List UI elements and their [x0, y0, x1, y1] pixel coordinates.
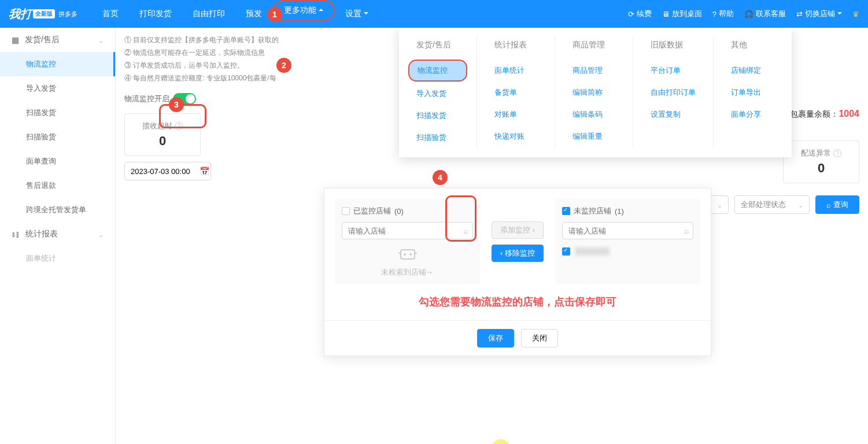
dd-item-logistics[interactable]: 物流监控	[408, 60, 467, 82]
label: 跨境全托管发货单	[26, 205, 86, 214]
select-all-checkbox[interactable]	[342, 207, 350, 215]
dd-item[interactable]: 备货单	[494, 82, 537, 103]
dd-item-scan-ship[interactable]: 扫描发货	[416, 105, 459, 127]
callout-ring-4	[445, 195, 477, 242]
sidebar-item-import[interactable]: 导入发货	[0, 76, 115, 101]
dd-item[interactable]: 平台订单	[651, 60, 696, 82]
dd-item[interactable]: 编辑条码	[572, 103, 615, 125]
contact-link[interactable]: 🎧联系客服	[744, 9, 786, 19]
sidebar-group-shipping[interactable]: ▦ 发货/售后	[0, 28, 115, 52]
dd-item[interactable]: 自由打印订单	[651, 82, 696, 103]
chevron-down-icon	[717, 201, 722, 209]
transfer-buttons: 添加监控 ‹ 移除监控	[492, 199, 544, 284]
nav-print-ship[interactable]: 打印发货	[129, 0, 182, 28]
label: 编辑条码	[572, 110, 603, 119]
dd-item[interactable]: 编辑简称	[572, 82, 615, 103]
nav-label: 自由打印	[193, 9, 225, 19]
save-button[interactable]: 保存	[477, 329, 514, 347]
add-monitor-button[interactable]: 添加监控	[492, 221, 544, 239]
store-monitor-modal: 已监控店铺 (0) ⌕ 未检索到店铺～ 添加监控 ‹ 移除监控	[324, 188, 711, 356]
label: 移除监控	[505, 249, 535, 257]
dd-head: 商品管理	[572, 36, 615, 54]
value: 0	[142, 134, 183, 149]
nav-free-print[interactable]: 自由打印	[182, 0, 235, 28]
label: 备货单	[494, 88, 517, 97]
dd-head: 发货/售后	[416, 36, 459, 54]
sidebar-item-scan-check[interactable]: 扫描验货	[0, 125, 115, 149]
label: 自由打印订单	[651, 88, 696, 97]
dd-col-other: 其他 店铺绑定 订单导出 面单分享	[714, 36, 792, 149]
chevron-down-icon	[798, 201, 803, 209]
query-button[interactable]: ⌕查询	[815, 195, 859, 214]
chevron-down-icon	[364, 9, 368, 18]
sidebar-group-reports[interactable]: ⫾⫿ 统计报表	[0, 222, 115, 246]
store-item[interactable]	[562, 245, 693, 258]
chevron-up-icon	[319, 6, 323, 15]
dd-col-legacy: 旧版数据 平台订单 自由打印订单 设置复制	[633, 36, 714, 149]
label: 平台订单	[651, 66, 681, 75]
swap-icon: ⇄	[796, 10, 803, 18]
nav-settings[interactable]: 设置	[335, 0, 379, 28]
dd-item[interactable]: 设置复制	[651, 103, 696, 125]
sidebar-item-refund[interactable]: 售后退款	[0, 173, 115, 198]
desktop-link[interactable]: 🖥放到桌面	[662, 9, 702, 19]
dd-item[interactable]: 面单分享	[731, 103, 774, 125]
label: 面单查询	[26, 157, 56, 165]
nav-more[interactable]: 更多功能	[272, 0, 335, 21]
nav-home[interactable]: 首页	[92, 0, 129, 28]
dd-item[interactable]: 面单统计	[494, 60, 537, 82]
dd-col-products: 商品管理 商品管理 编辑简称 编辑条码 编辑重量	[555, 36, 633, 149]
chevron-down-icon	[98, 230, 104, 239]
label: 保存	[488, 333, 503, 343]
headset-icon: 🎧	[744, 10, 754, 18]
dd-item-import[interactable]: 导入发货	[416, 83, 459, 105]
store-checkbox[interactable]	[562, 247, 570, 256]
chart-icon: ⫾⫿	[12, 230, 20, 239]
search-icon: ⌕	[826, 201, 831, 209]
sidebar-item-scan-ship[interactable]: 扫描发货	[0, 101, 115, 125]
dd-item[interactable]: 商品管理	[572, 60, 615, 82]
topbar: 我打 全新版 拼多多 首页 打印发货 自由打印 预发 更多功能 设置 ⟳续费 🖥…	[0, 0, 868, 28]
unmonitored-search-input[interactable]	[562, 222, 693, 239]
sidebar-item-waybill-stats[interactable]: 面单统计	[0, 246, 115, 271]
store-name-blurred	[575, 247, 610, 256]
dd-item[interactable]: 快递对账	[494, 125, 537, 147]
empty-text: 未检索到店铺～	[381, 267, 434, 278]
svg-rect-0	[401, 250, 415, 259]
label: 配送异常	[801, 148, 831, 158]
help-icon: ?	[712, 10, 716, 18]
dd-item[interactable]: 对账单	[494, 103, 537, 125]
quota-value: 1004	[839, 109, 859, 119]
logo: 我打 全新版 拼多多	[9, 6, 77, 22]
sidebar-item-crossborder[interactable]: 跨境全托管发货单	[0, 198, 115, 222]
label: 放到桌面	[672, 9, 702, 19]
process-status-select[interactable]: 全部处理状态	[734, 195, 810, 214]
stat-delivery-exception[interactable]: 配送异常? 0	[783, 140, 859, 183]
remove-monitor-button[interactable]: ‹ 移除监控	[492, 245, 544, 262]
label: 统计报表	[25, 229, 58, 239]
label: 帮助	[719, 9, 734, 19]
label: 商品管理	[572, 66, 603, 75]
sidebar-item-waybill[interactable]: 面单查询	[0, 149, 115, 173]
label: 扫描验货	[416, 133, 446, 142]
close-button[interactable]: 关闭	[521, 329, 558, 347]
switch-store-link[interactable]: ⇄切换店铺	[796, 9, 842, 19]
label: 扫描发货	[26, 108, 56, 117]
label: 续费	[637, 9, 652, 19]
dd-item[interactable]: 订单导出	[731, 82, 774, 103]
dd-col-reports: 统计报表 面单统计 备货单 对账单 快递对账	[477, 36, 555, 149]
help-icon: ?	[833, 149, 841, 157]
renew-link[interactable]: ⟳续费	[628, 9, 652, 19]
panel-count: (0)	[394, 207, 404, 216]
select-all-checkbox[interactable]	[562, 207, 570, 215]
date-input[interactable]	[124, 162, 211, 180]
sidebar-item-logistics[interactable]: 物流监控	[0, 52, 115, 76]
dd-item[interactable]: 编辑重量	[572, 125, 615, 147]
dd-item[interactable]: 店铺绑定	[731, 60, 774, 82]
dd-item-scan-check[interactable]: 扫描验货	[416, 127, 459, 149]
modal-hint: 勾选您需要物流监控的店铺，点击保存即可	[324, 295, 711, 320]
label: 联系客服	[756, 9, 786, 19]
search-icon: ⌕	[684, 226, 689, 235]
panel-title: 未监控店铺	[574, 206, 611, 216]
help-link[interactable]: ?帮助	[712, 9, 734, 19]
